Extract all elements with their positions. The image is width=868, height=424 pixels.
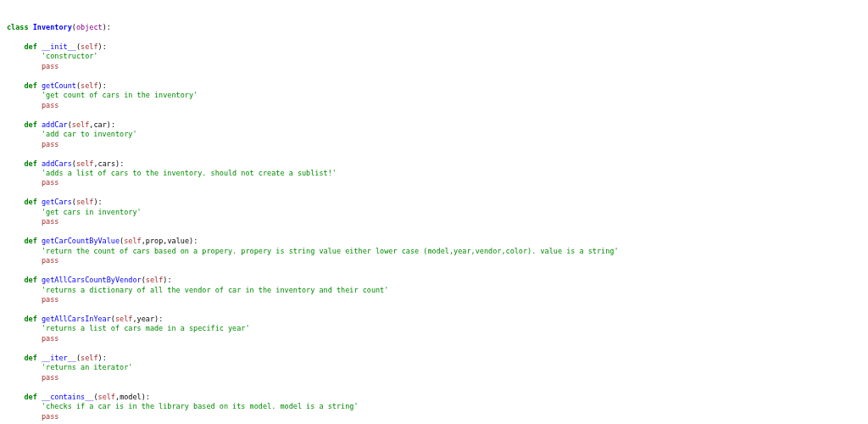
method-name: addCars (42, 159, 72, 168)
self-param: self (72, 120, 89, 129)
docstring: 'adds a list of cars to the inventory. s… (7, 169, 861, 178)
self-param: self (76, 198, 93, 206)
self-param: self (98, 393, 115, 401)
method-def: def addCars(self,cars): (7, 159, 861, 169)
pass-stmt: pass (7, 178, 861, 187)
method-name: __init__ (42, 42, 76, 51)
docstring: 'return the count of cars based on a pro… (7, 247, 861, 256)
self-param: self (124, 237, 141, 245)
method-name: getCarCountByValue (42, 237, 120, 245)
method-name: getCount (42, 81, 76, 90)
self-param: self (146, 276, 163, 284)
docstring: 'returns an iterator' (7, 363, 861, 372)
pass-stmt: pass (7, 373, 861, 382)
method-def: def __init__(self): (7, 42, 861, 52)
self-param: self (81, 354, 97, 362)
pass-stmt: pass (7, 256, 861, 265)
pass-stmt: pass (7, 412, 861, 421)
self-param: self (81, 42, 97, 51)
docstring: 'constructor' (7, 52, 861, 61)
self-param: self (81, 81, 97, 90)
method-def: def __iter__(self): (7, 354, 861, 363)
code-block: class Inventory(object): def __init__(se… (7, 23, 861, 424)
self-param: self (76, 159, 93, 168)
docstring: 'checks if a car is in the library based… (7, 402, 861, 411)
method-name: getCars (42, 198, 72, 206)
pass-stmt: pass (7, 62, 861, 71)
method-def: def getAllCarsCountByVendor(self): (7, 276, 861, 285)
docstring: 'add car to inventory' (7, 130, 861, 139)
method-name: __iter__ (42, 354, 76, 362)
method-name: getAllCarsInYear (42, 315, 111, 323)
docstring: 'returns a list of cars made in a specif… (7, 324, 861, 333)
docstring: 'returns a dictionary of all the vendor … (7, 286, 861, 295)
method-name: __contains__ (42, 393, 93, 401)
method-name: getAllCarsCountByVendor (42, 276, 142, 284)
method-def: def getCount(self): (7, 81, 861, 91)
self-param: self (115, 315, 132, 323)
pass-stmt: pass (7, 101, 861, 110)
method-def: def getCarCountByValue(self,prop,value): (7, 237, 861, 246)
pass-stmt: pass (7, 217, 861, 226)
method-def: def addCar(self,car): (7, 120, 861, 130)
pass-stmt: pass (7, 295, 861, 304)
class-def: class Inventory(object): (7, 23, 861, 32)
pass-stmt: pass (7, 334, 861, 343)
method-def: def __contains__(self,model): (7, 393, 861, 402)
method-name: addCar (42, 120, 68, 129)
method-def: def getAllCarsInYear(self,year): (7, 315, 861, 324)
method-def: def getCars(self): (7, 198, 861, 207)
pass-stmt: pass (7, 140, 861, 149)
docstring: 'get cars in inventory' (7, 208, 861, 217)
docstring: 'get count of cars in the inventory' (7, 91, 861, 100)
